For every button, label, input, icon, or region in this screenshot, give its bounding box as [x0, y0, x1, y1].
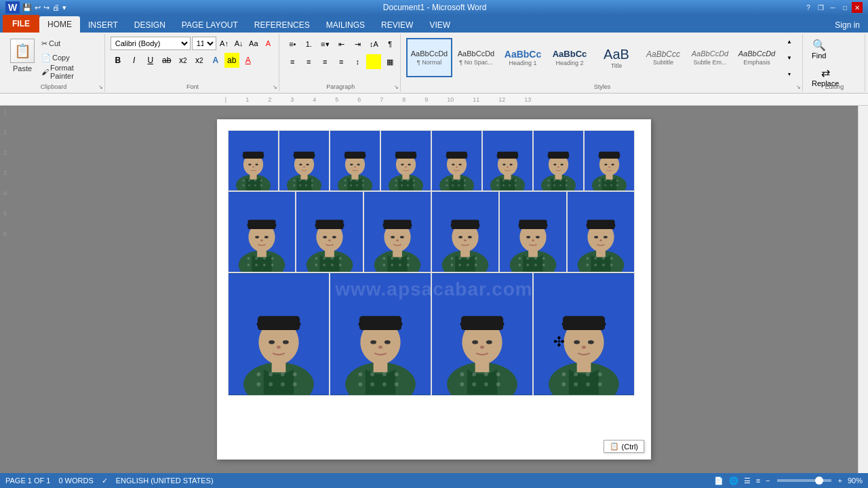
decrease-font-button[interactable]: A↓ [232, 37, 245, 50]
document-page: www.apsacabar.com ✣ 📋 (Ctrl) [217, 119, 651, 460]
superscript-button[interactable]: x2 [192, 53, 207, 68]
view-draft-icon[interactable]: ≡ [756, 476, 760, 485]
align-right-button[interactable]: ≡ [317, 54, 332, 69]
ribbon: 📋 Paste ✂ Cut 📄 Copy 🖌 Format Painter Cl… [0, 33, 868, 94]
tab-home[interactable]: HOME [39, 16, 80, 33]
tab-mailings[interactable]: MAILINGS [318, 18, 373, 33]
style-normal[interactable]: AaBbCcDd ¶ Normal [406, 38, 452, 77]
subscript-button[interactable]: x2 [176, 53, 191, 68]
numbering-button[interactable]: 1. [301, 37, 316, 52]
tab-design[interactable]: DESIGN [126, 18, 174, 33]
svg-point-10 [248, 180, 250, 182]
change-case-button[interactable]: Aa [247, 37, 260, 50]
text-highlight-button[interactable]: ab [224, 53, 239, 68]
svg-point-271 [395, 382, 399, 386]
style-no-spacing[interactable]: AaBbCcDd ¶ No Spac... [453, 38, 499, 77]
sort-button[interactable]: ↕A [366, 37, 381, 52]
shading-button[interactable] [366, 54, 381, 69]
find-button[interactable]: 🔍 Find [808, 37, 829, 62]
close-button[interactable]: ✕ [852, 2, 863, 13]
svg-point-304 [586, 382, 590, 386]
ctrl-popup[interactable]: 📋 (Ctrl) [604, 440, 644, 453]
view-web-icon[interactable]: 🌐 [729, 476, 738, 485]
view-print-icon[interactable]: 📄 [714, 476, 724, 485]
quick-access-redo[interactable]: ↪ [43, 3, 50, 12]
word-logo-icon[interactable]: W [5, 1, 20, 14]
font-size-select[interactable]: 11 [192, 37, 216, 50]
tab-references[interactable]: REFERENCES [246, 18, 318, 33]
svg-point-194 [468, 236, 472, 239]
zoom-out-icon[interactable]: − [766, 476, 770, 485]
editing-group: 🔍 Find ⇄ Replace Select = Editing [804, 34, 865, 92]
svg-point-231 [594, 257, 597, 260]
help-button[interactable]: ? [803, 2, 814, 13]
quick-access-undo[interactable]: ↩ [35, 3, 41, 12]
replace-icon: ⇄ [821, 66, 830, 79]
sign-in-button[interactable]: Sign in [827, 18, 868, 33]
svg-point-247 [256, 372, 260, 376]
svg-point-118 [566, 184, 568, 186]
align-center-button[interactable]: ≡ [301, 54, 316, 69]
decrease-indent-button[interactable]: ⇤ [334, 37, 349, 52]
paste-button[interactable]: 📋 Paste [7, 37, 38, 75]
maximize-button[interactable]: □ [840, 2, 850, 13]
find-icon: 🔍 [812, 39, 826, 52]
tab-page-layout[interactable]: PAGE LAYOUT [174, 18, 246, 33]
clear-formatting-button[interactable]: A [262, 37, 275, 50]
cut-button[interactable]: ✂ Cut [39, 37, 100, 50]
minimize-button[interactable]: ─ [827, 2, 838, 13]
svg-point-163 [323, 257, 326, 260]
style-title[interactable]: AaB Title [593, 38, 639, 77]
style-heading1[interactable]: AaBbCc Heading 1 [500, 38, 546, 77]
copy-button[interactable]: 📄 Copy [39, 51, 100, 64]
quick-access-print[interactable]: 🖨 [52, 3, 60, 12]
justify-button[interactable]: ≡ [334, 54, 349, 69]
svg-point-268 [358, 382, 362, 386]
borders-button[interactable]: ▦ [382, 54, 397, 69]
bullets-button[interactable]: ≡• [285, 37, 300, 52]
svg-point-50 [362, 184, 364, 186]
style-subtitle[interactable]: AaBbCcc Subtitle [640, 38, 686, 77]
style-emphasis[interactable]: AaBbCcDd Emphasis [734, 38, 780, 77]
line-spacing-button[interactable]: ↕ [350, 54, 365, 69]
svg-rect-277 [461, 316, 503, 330]
align-left-button[interactable]: ≡ [285, 54, 300, 69]
restore-button[interactable]: ❐ [815, 2, 826, 13]
view-outline-icon[interactable]: ☰ [744, 476, 751, 485]
underline-button[interactable]: U [143, 53, 158, 68]
style-subtle-emphasis[interactable]: AaBbCcDd Subtle Em... [687, 38, 733, 77]
svg-point-288 [496, 382, 500, 386]
tab-file[interactable]: FILE [3, 15, 39, 33]
increase-font-button[interactable]: A↑ [218, 37, 231, 50]
font-name-select[interactable]: Calibri (Body) [111, 37, 191, 50]
zoom-slider[interactable] [777, 479, 831, 482]
format-painter-button[interactable]: 🖌 Format Painter [39, 65, 100, 79]
photo-cell-row1-1 [279, 130, 330, 191]
svg-rect-260 [359, 316, 401, 330]
styles-expand-icon[interactable]: ↘ [796, 84, 801, 90]
tab-view[interactable]: VIEW [421, 18, 458, 33]
styles-more[interactable]: ▾ [782, 66, 797, 79]
italic-button[interactable]: I [127, 53, 142, 68]
multilevel-list-button[interactable]: ≡▾ [317, 37, 332, 52]
editing-label: Editing [804, 83, 865, 90]
quick-access-save[interactable]: 💾 [22, 3, 32, 12]
text-effects-button[interactable]: A [208, 53, 223, 68]
font-expand-icon[interactable]: ↘ [273, 84, 277, 90]
tab-insert[interactable]: INSERT [80, 18, 126, 33]
zoom-level: 90% [848, 476, 863, 485]
zoom-in-icon[interactable]: + [838, 476, 842, 485]
increase-indent-button[interactable]: ⇥ [350, 37, 365, 52]
document-area[interactable]: www.apsacabar.com ✣ 📋 (Ctrl) [10, 106, 858, 473]
paragraph-expand-icon[interactable]: ↘ [394, 84, 399, 90]
show-formatting-button[interactable]: ¶ [382, 37, 397, 52]
clipboard-expand-icon[interactable]: ↘ [98, 84, 103, 90]
photo-cell-row1-3 [380, 130, 431, 191]
strikethrough-button[interactable]: ab [159, 53, 174, 68]
style-heading2[interactable]: AaBbCc Heading 2 [547, 38, 593, 77]
styles-scroll-down[interactable]: ▼ [782, 50, 797, 65]
tab-review[interactable]: REVIEW [373, 18, 421, 33]
font-color-button[interactable]: A [241, 53, 256, 68]
styles-scroll-up[interactable]: ▲ [782, 37, 797, 49]
bold-button[interactable]: B [111, 53, 125, 68]
